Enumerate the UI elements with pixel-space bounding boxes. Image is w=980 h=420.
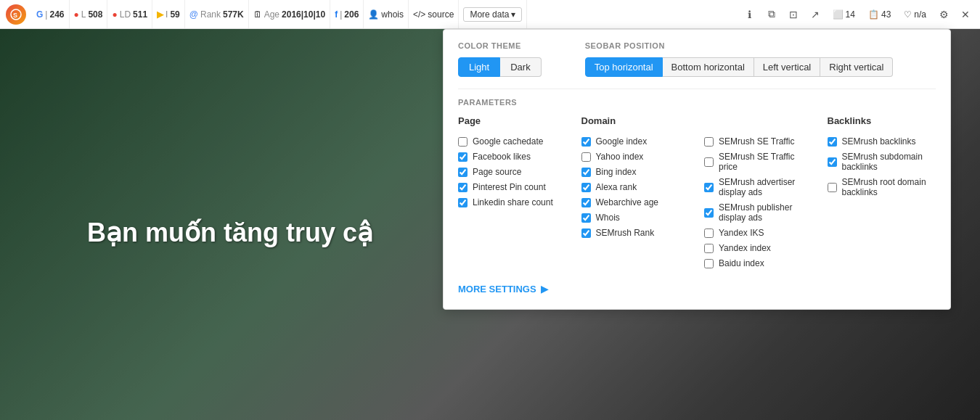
param-webarchive-age-checkbox[interactable] — [581, 198, 591, 207]
seobar-position-buttons: Top horizontal Bottom horizontal Left ve… — [585, 57, 894, 77]
param-semrush-se-traffic-price-checkbox[interactable] — [704, 157, 714, 167]
param-yandex-index-checkbox[interactable] — [704, 244, 714, 253]
param-google-cachedate-label: Google cachedate — [473, 136, 543, 147]
close-button[interactable]: ✕ — [957, 6, 974, 23]
param-pinterest[interactable]: Pinterest Pin count — [458, 182, 567, 192]
param-semrush-se-traffic[interactable]: SEMrush SE Traffic — [704, 136, 813, 147]
param-google-cachedate-checkbox[interactable] — [458, 137, 467, 147]
param-semrush-subdomain-backlinks-label: SEMrush subdomain backlinks — [842, 152, 936, 172]
param-semrush-advertiser-checkbox[interactable] — [704, 183, 714, 192]
backlinks-column-header: Backlinks — [828, 115, 936, 129]
toolbar-ld-item: ● LD 511 — [107, 0, 152, 28]
g-value: 246 — [49, 9, 64, 20]
param-semrush-advertiser[interactable]: SEMrush advertiser display ads — [704, 177, 813, 197]
param-bing-index[interactable]: Bing index — [581, 167, 690, 177]
ld-value: 511 — [133, 9, 147, 20]
param-google-index[interactable]: Google index — [581, 136, 690, 147]
param-semrush-rank-checkbox[interactable] — [581, 228, 591, 238]
param-semrush-root-domain-backlinks[interactable]: SEMrush root domain backlinks — [828, 177, 936, 197]
toolbar-g-item: G | 246 — [32, 0, 70, 28]
param-google-index-checkbox[interactable] — [581, 137, 591, 147]
info-button[interactable]: ℹ — [741, 6, 759, 23]
l-icon: ● — [74, 9, 79, 20]
param-linkedin[interactable]: Linkedin share count — [458, 197, 567, 207]
pos-top-horizontal-button[interactable]: Top horizontal — [585, 57, 663, 77]
seobar-position-title: SEOBAR POSITION — [585, 41, 894, 50]
param-yandex-iks[interactable]: Yandex IKS — [704, 228, 813, 238]
param-page-source-checkbox[interactable] — [458, 168, 467, 177]
color-theme-title: COLOR THEME — [458, 41, 542, 50]
param-semrush-root-domain-backlinks-checkbox[interactable] — [828, 183, 837, 192]
age-icon: 🗓 — [253, 9, 262, 20]
param-semrush-rank[interactable]: SEMrush Rank — [581, 228, 690, 238]
param-semrush-root-domain-backlinks-label: SEMrush root domain backlinks — [842, 177, 936, 197]
pos-bottom-horizontal-button[interactable]: Bottom horizontal — [663, 57, 754, 77]
param-alexa-rank-checkbox[interactable] — [581, 183, 591, 192]
theme-light-button[interactable]: Light — [458, 57, 500, 77]
param-alexa-rank[interactable]: Alexa rank — [581, 182, 690, 192]
param-facebook-likes[interactable]: Facebook likes — [458, 152, 567, 162]
whois-label: whois — [381, 9, 404, 20]
semrush-column: - SEMrush SE Traffic SEMrush SE Traffic … — [704, 115, 813, 273]
external-button[interactable]: ↗ — [807, 6, 824, 23]
param-semrush-backlinks-checkbox[interactable] — [828, 137, 837, 147]
chevron-down-icon: ▾ — [511, 9, 515, 20]
param-bing-index-checkbox[interactable] — [581, 168, 591, 177]
param-baidu-index-checkbox[interactable] — [704, 259, 714, 268]
more-settings-label: MORE SETTINGS — [458, 284, 536, 295]
more-data-button[interactable]: More data ▾ — [463, 7, 522, 22]
param-semrush-publisher[interactable]: SEMrush publisher display ads — [704, 202, 813, 223]
param-semrush-se-traffic-checkbox[interactable] — [704, 137, 714, 147]
param-whois-checkbox[interactable] — [581, 213, 591, 223]
param-webarchive-age[interactable]: Webarchive age — [581, 197, 690, 207]
param-semrush-se-traffic-price[interactable]: SEMrush SE Traffic price — [704, 152, 813, 172]
param-semrush-subdomain-backlinks[interactable]: SEMrush subdomain backlinks — [828, 152, 936, 172]
param-semrush-publisher-checkbox[interactable] — [704, 208, 714, 218]
heart-icon: ♡ — [904, 9, 912, 20]
toolbar-source-item[interactable]: </> source — [409, 0, 459, 28]
ld-label: LD — [120, 9, 131, 20]
param-linkedin-label: Linkedin share count — [473, 197, 553, 207]
b-icon: ▶ — [157, 9, 163, 20]
seobar-position-section: SEOBAR POSITION Top horizontal Bottom ho… — [585, 41, 894, 77]
param-semrush-subdomain-backlinks-checkbox[interactable] — [828, 157, 837, 167]
more-settings-arrow-icon: ▶ — [541, 284, 548, 295]
l-value: 508 — [88, 9, 102, 20]
param-google-cachedate[interactable]: Google cachedate — [458, 136, 567, 147]
color-theme-section: COLOR THEME Light Dark — [458, 41, 542, 77]
param-pinterest-checkbox[interactable] — [458, 183, 467, 192]
param-yandex-iks-checkbox[interactable] — [704, 228, 714, 238]
fb-value: 206 — [344, 9, 359, 20]
param-yandex-index[interactable]: Yandex index — [704, 243, 813, 253]
param-semrush-rank-label: SEMrush Rank — [596, 228, 655, 238]
toolbar-more-item[interactable]: More data ▾ — [459, 0, 527, 28]
ld-icon: ● — [112, 9, 117, 20]
toolbar-actions: ℹ ⧉ ⊡ ↗ ⬜ 14 📋 43 ♡ n/a ⚙ ✕ — [741, 6, 974, 23]
copy-button[interactable]: ⧉ — [763, 6, 780, 23]
param-webarchive-age-label: Webarchive age — [596, 197, 659, 207]
code-icon: </> — [413, 9, 425, 20]
resize-button[interactable]: ⊡ — [785, 6, 802, 23]
param-baidu-index[interactable]: Baidu index — [704, 258, 813, 268]
param-linkedin-checkbox[interactable] — [458, 198, 467, 207]
param-semrush-backlinks[interactable]: SEMrush backlinks — [828, 136, 936, 147]
page-column: Page Google cachedate Facebook likes Pag… — [458, 115, 567, 273]
param-yahoo-index-checkbox[interactable] — [581, 152, 591, 162]
param-facebook-likes-checkbox[interactable] — [458, 152, 467, 162]
param-alexa-rank-label: Alexa rank — [596, 182, 637, 192]
parameters-title: PARAMETERS — [458, 98, 936, 107]
param-facebook-likes-label: Facebook likes — [473, 152, 531, 162]
param-whois[interactable]: Whois — [581, 213, 690, 223]
settings-button[interactable]: ⚙ — [935, 6, 952, 23]
more-settings-button[interactable]: MORE SETTINGS ▶ — [458, 284, 936, 295]
age-label: Age — [264, 9, 279, 20]
param-yahoo-index[interactable]: Yahoo index — [581, 152, 690, 162]
param-whois-label: Whois — [596, 213, 620, 223]
backlinks-column: Backlinks SEMrush backlinks SEMrush subd… — [828, 115, 936, 273]
pos-right-vertical-button[interactable]: Right vertical — [820, 57, 893, 77]
param-page-source[interactable]: Page source — [458, 167, 567, 177]
pos-left-vertical-button[interactable]: Left vertical — [754, 57, 820, 77]
toolbar: S G | 246 ● L 508 ● LD 511 ▶ I 59 @ Rank… — [0, 0, 980, 29]
toolbar-whois-item[interactable]: 👤 whois — [364, 0, 409, 28]
theme-dark-button[interactable]: Dark — [500, 57, 541, 77]
